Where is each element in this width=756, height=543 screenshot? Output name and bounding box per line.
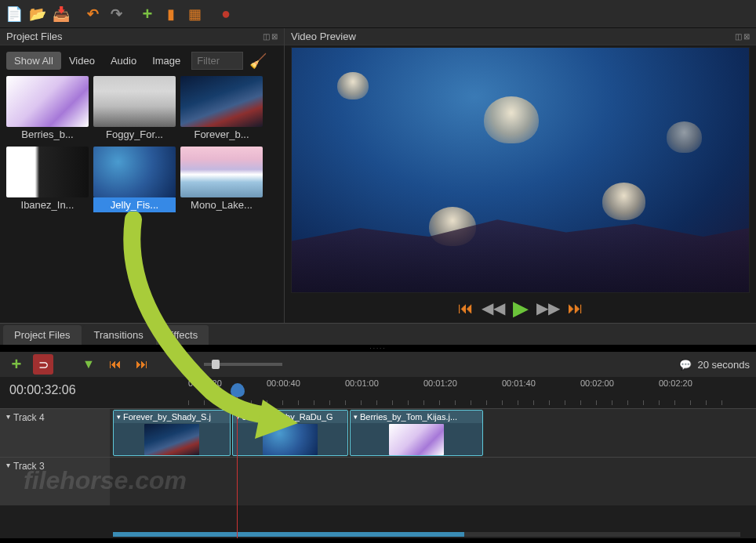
rewind-icon[interactable]: ◀◀ [482,299,505,317]
audio-filter-button[interactable]: Audio [103,52,144,70]
center-playhead-icon[interactable]: ⊕ [177,354,198,375]
timeline-clip[interactable]: ▾Berries_by_Tom_Kijas.j... [350,410,483,456]
ruler-tick: 00:02:00 [580,378,614,388]
new-file-icon[interactable]: 📄 [3,3,25,25]
track-3: ▾ Track 3 [0,457,756,505]
show-all-button[interactable]: Show All [6,52,61,70]
filter-input[interactable] [191,52,243,70]
thumbnail-label: Berries_b... [6,127,89,142]
preview-pane: Video Preview ◫ ⊠ ⏮ ◀◀ ▶ ▶▶ ⏭ [285,28,756,323]
play-controls: ⏮ ◀◀ ▶ ▶▶ ⏭ [291,296,750,320]
thumbnail-grid: Berries_b... Foggy_For... Forever_b... I… [0,76,284,212]
close-preview-icon[interactable]: ⊠ [743,32,750,41]
thumbnail-item[interactable]: Mono_Lake... [180,147,263,212]
track-4-lane[interactable]: ▾Forever_by_Shady_S.j ▾Jelly_Fish_by_RaD… [110,409,756,457]
download-icon[interactable]: 📥 [50,3,72,25]
video-filter-button[interactable]: Video [61,52,103,70]
chevron-down-icon: ▾ [354,413,358,421]
undo-icon[interactable]: ↶ [82,3,104,25]
left-tabs: Project Files Transitions Effects [0,323,756,345]
clip-header: ▾Forever_by_Shady_S.j [114,411,230,423]
marker-icon[interactable]: ▮ [160,3,182,25]
redo-icon[interactable]: ↷ [105,3,127,25]
thumbnail-image [6,147,89,197]
thumbnail-item[interactable]: Ibanez_In... [6,147,89,212]
ruler-tick: 00:01:00 [345,378,379,388]
clip-header: ▾Jelly_Fish_by_RaDu_G [233,411,347,423]
zoom-slider[interactable] [204,363,282,366]
splitter-handle[interactable]: ····· [0,345,756,352]
image-filter-button[interactable]: Image [144,52,188,70]
chevron-down-icon: ▾ [117,413,121,421]
thumbnail-label: Foggy_For... [93,127,176,142]
main-toolbar: 📄 📂 📥 ↶ ↷ + ▮ ▦ ● [0,0,756,28]
timeline-scrollbar[interactable] [113,532,740,537]
clip-thumbnail [263,424,318,455]
timeline-toolbar: + ⊃ ▼ ⏮ ⏭ ⊕ 💬 20 seconds [0,352,756,377]
add-icon[interactable]: + [136,3,158,25]
track-4: ▾ Track 4 ▾Forever_by_Shady_S.j ▾Jelly_F… [0,408,756,457]
clip-label: Jelly_Fish_by_RaDu_G [242,412,333,422]
chevron-down-icon: ▾ [6,461,10,469]
thumbnail-image [93,76,176,127]
chevron-down-icon: ▾ [6,412,10,421]
tab-transitions[interactable]: Transitions [83,325,154,345]
ruler-tick: 00:00:40 [267,378,300,388]
clip-label: Berries_by_Tom_Kijas.j... [360,412,457,422]
thumbnail-label: Ibanez_In... [6,197,89,212]
playhead-handle-icon[interactable] [231,383,245,397]
jump-start-icon[interactable]: ⏮ [458,299,474,317]
thumbnail-image [180,147,263,197]
marker-dropdown-icon[interactable]: ▼ [78,354,99,375]
playhead[interactable] [237,394,238,538]
close-pane-icon[interactable]: ⊠ [271,32,278,41]
project-files-pane: Project Files ◫ ⊠ Show All Video Audio I… [0,28,285,323]
clip-body [233,423,347,456]
zoom-readout-icon[interactable]: 💬 [679,359,692,371]
preview-title: Video Preview [291,31,356,42]
ruler-tick: 00:01:40 [502,378,536,388]
thumbnail-item[interactable]: Berries_b... [6,76,89,142]
prev-marker-icon[interactable]: ⏮ [105,354,125,375]
thumbnail-label: Jelly_Fis... [93,197,176,212]
next-marker-icon[interactable]: ⏭ [132,354,152,375]
timeline-clip[interactable]: ▾Jelly_Fish_by_RaDu_G [232,410,348,456]
clip-thumbnail [144,424,199,455]
play-icon[interactable]: ▶ [513,296,529,320]
track-4-header[interactable]: ▾ Track 4 [0,409,110,457]
fast-forward-icon[interactable]: ▶▶ [536,299,560,317]
track-3-header[interactable]: ▾ Track 3 [0,458,110,505]
add-track-icon[interactable]: + [6,354,27,375]
split-icon[interactable]: ▦ [184,3,205,25]
record-icon[interactable]: ● [215,3,237,25]
thumbnail-image [180,76,263,127]
tab-project-files[interactable]: Project Files [3,325,82,345]
timeline-current-time: 00:00:32:06 [0,377,157,408]
clear-filter-icon[interactable]: 🧹 [249,52,267,70]
clip-body [114,423,230,456]
thumbnail-image [93,147,176,197]
timeline-clip[interactable]: ▾Forever_by_Shady_S.j [113,410,231,456]
jump-end-icon[interactable]: ⏭ [568,299,583,317]
zoom-readout: 20 seconds [698,359,751,371]
track-3-lane[interactable] [110,458,756,505]
tab-effects[interactable]: Effects [156,325,209,345]
preview-header: Video Preview ◫ ⊠ [285,28,756,45]
preview-wrap: ⏮ ◀◀ ▶ ▶▶ ⏭ [285,45,756,323]
clip-body [351,423,482,456]
preview-video [291,47,750,293]
ruler-tick: 00:02:20 [659,378,692,388]
snap-icon[interactable]: ⊃ [33,354,53,375]
open-file-icon[interactable]: 📂 [27,3,49,25]
detach-icon[interactable]: ◫ [263,32,270,41]
thumbnail-item[interactable]: Jelly_Fis... [93,147,176,212]
timeline-ruler[interactable]: 00:00:2000:00:4000:01:0000:01:2000:01:40… [157,377,756,408]
thumbnail-item[interactable]: Forever_b... [180,76,263,142]
detach-preview-icon[interactable]: ◫ [735,32,742,41]
main-split: Project Files ◫ ⊠ Show All Video Audio I… [0,28,756,323]
thumbnail-label: Forever_b... [180,127,263,142]
track-3-label: Track 3 [13,461,45,472]
thumbnail-item[interactable]: Foggy_For... [93,76,176,142]
clip-header: ▾Berries_by_Tom_Kijas.j... [351,411,482,423]
ruler-tick: 00:00:20 [188,378,222,388]
